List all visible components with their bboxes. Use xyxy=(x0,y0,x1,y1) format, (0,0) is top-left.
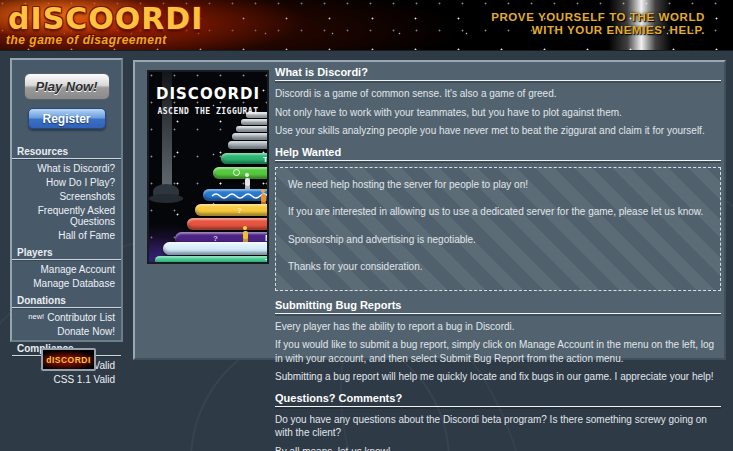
site-logo: dISCOORDI xyxy=(8,1,203,36)
nav-section-resources: Resources xyxy=(12,141,121,159)
step-glyph-question: ? xyxy=(237,207,242,215)
section-submitting-bug-reports: Submitting Bug Reports Every player has … xyxy=(275,299,721,384)
content-text-column: What is Discordi? Discordi is a game of … xyxy=(275,66,721,451)
paragraph: Sponsorship and advertising is negotiabl… xyxy=(288,233,708,247)
register-button[interactable]: Register xyxy=(28,108,106,129)
play-now-button[interactable]: Play Now! xyxy=(24,73,110,100)
sidebar-item-contributor-list[interactable]: new!Contributor List xyxy=(12,310,121,324)
player-figure-icon xyxy=(243,173,251,190)
paragraph: We need help hosting the server for peop… xyxy=(288,178,708,192)
paragraph: Do you have any questions about the Disc… xyxy=(275,413,721,440)
site-slogan: PROVE YOURSELF TO THE WORLD WITH YOUR EN… xyxy=(491,11,705,37)
section-heading: What is Discordi? xyxy=(275,66,721,81)
ziggurat-step-gray xyxy=(241,119,269,125)
ziggurat-step-bottom-green xyxy=(155,256,269,264)
paragraph: Use your skills analyzing people you hav… xyxy=(275,124,721,138)
section-questions-comments: Questions? Comments? Do you have any que… xyxy=(275,392,721,451)
ziggurat-step-yellow xyxy=(195,204,269,216)
ziggurat-step-gray xyxy=(232,133,269,140)
sidebar: Play Now! Register Resources What is Dis… xyxy=(10,58,123,342)
game-promo-image: T ? ? M T DISC xyxy=(147,70,269,264)
paragraph: If you would like to submit a bug report… xyxy=(275,338,721,365)
paragraph: By all means, let us know! xyxy=(275,445,721,451)
paragraph: Not only have to work with your teammate… xyxy=(275,106,721,120)
sidebar-item-screenshots[interactable]: Screenshots xyxy=(12,189,121,203)
section-what-is-discordi: What is Discordi? Discordi is a game of … xyxy=(275,66,721,138)
help-wanted-box: We need help hosting the server for peop… xyxy=(275,167,721,291)
contributor-list-label: Contributor List xyxy=(47,312,115,323)
podium-base-decoration xyxy=(149,194,183,203)
sidebar-item-how-do-i-play[interactable]: How Do I Play? xyxy=(12,175,121,189)
discordi-badge-button[interactable]: dISCORDI xyxy=(41,348,96,371)
sidebar-item-hall-of-fame[interactable]: Hall of Fame xyxy=(12,228,121,242)
sidebar-item-what-is-discordi[interactable]: What is Discordi? xyxy=(12,161,121,175)
sidebar-item-manage-account[interactable]: Manage Account xyxy=(12,262,121,276)
section-help-wanted: Help Wanted We need help hosting the ser… xyxy=(275,146,721,291)
nav-section-donations: Donations xyxy=(12,290,121,308)
sidebar-item-faq[interactable]: Frequently Asked Questions xyxy=(12,203,121,228)
slogan-line-1: PROVE YOURSELF TO THE WORLD xyxy=(491,11,705,24)
ziggurat-step-green xyxy=(213,167,269,179)
nav-section-players: Players xyxy=(12,242,121,260)
ziggurat-step-teal xyxy=(221,153,269,164)
sidebar-item-donate-now[interactable]: Donate Now! xyxy=(12,324,121,338)
sidebar-item-css-valid[interactable]: CSS 1.1 Valid xyxy=(12,372,121,386)
section-heading: Help Wanted xyxy=(275,146,721,161)
ziggurat-step-red xyxy=(187,218,269,230)
paragraph: Discordi is a game of common sense. It's… xyxy=(275,87,721,101)
ring-decoration xyxy=(233,169,240,176)
ziggurat-step-gray xyxy=(236,126,269,132)
site-tagline: the game of disagreement xyxy=(6,33,167,47)
step-glyph-t: T xyxy=(263,156,268,164)
site-header: dISCOORDI the game of disagreement PROVE… xyxy=(0,0,733,51)
paragraph: Thanks for your consideration. xyxy=(288,260,708,274)
paragraph: Submitting a bug report will help me qui… xyxy=(275,370,721,384)
ziggurat-step-gray xyxy=(228,141,269,149)
step-glyph-t: T xyxy=(265,258,269,264)
discordi-homepage: dISCOORDI the game of disagreement PROVE… xyxy=(0,0,733,451)
ziggurat-step-cyan xyxy=(163,242,269,255)
section-heading: Questions? Comments? xyxy=(275,392,721,407)
game-subtitle: ASCEND THE ZIGGURAT xyxy=(149,107,267,116)
game-title: DISCOORDI xyxy=(149,85,267,103)
section-heading: Submitting Bug Reports xyxy=(275,299,721,314)
badge-label: dISCORDI xyxy=(43,350,94,369)
slogan-line-2: WITH YOUR ENEMIES' HELP. xyxy=(491,24,705,37)
sidebar-item-manage-database[interactable]: Manage Database xyxy=(12,276,121,290)
paragraph: Every player has the ability to report a… xyxy=(275,320,721,334)
player-figure-icon xyxy=(241,226,249,243)
new-badge: new! xyxy=(28,312,44,321)
paragraph: If you are interested in allowing us to … xyxy=(288,205,708,219)
main-content-panel: T ? ? M T DISC xyxy=(133,60,726,360)
